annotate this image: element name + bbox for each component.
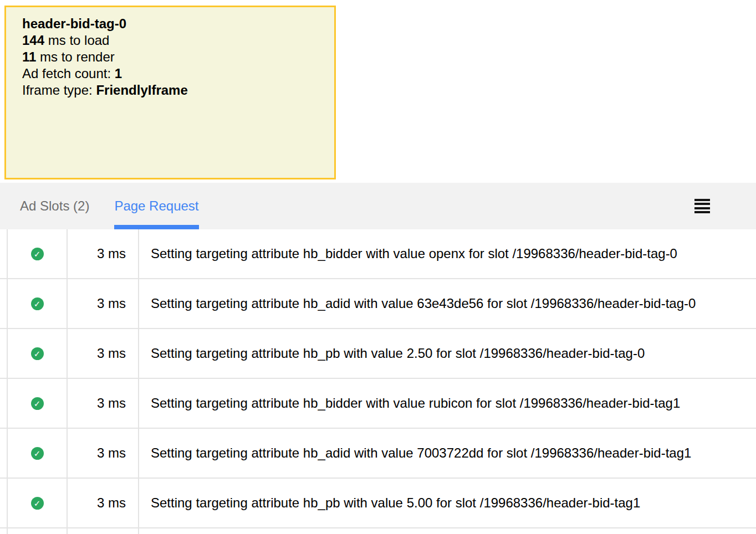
log-time: 3 ms [68,279,139,328]
log-message [139,528,756,534]
active-tab-indicator [114,225,198,229]
success-check-icon: ✓ [31,297,44,310]
log-message: Setting targeting attribute hb_pb with v… [139,329,756,378]
success-check-icon: ✓ [31,497,44,510]
log-status-cell: ✓ [7,429,68,477]
menu-bar [694,199,710,201]
slot-render-time: 11 ms to render [22,49,323,65]
log-message: Setting targeting attribute hb_adid with… [139,279,756,328]
log-status-cell: ✓ [7,329,68,378]
log-row: ✓ 3 ms Setting targeting attribute hb_ad… [0,429,756,479]
log-message: Setting targeting attribute hb_bidder wi… [139,229,756,278]
slot-info-panel: header-bid-tag-0 144 ms to load 11 ms to… [4,6,336,179]
page-request-log: ✓ 3 ms Setting targeting attribute hb_bi… [0,229,756,534]
log-time: 3 ms [68,229,139,278]
log-row: ✓ 3 ms Setting targeting attribute hb_bi… [0,229,756,279]
log-message: Setting targeting attribute hb_pb with v… [139,479,756,527]
tab-page-request-label: Page Request [114,198,198,214]
console-top-area: header-bid-tag-0 144 ms to load 11 ms to… [0,0,756,183]
log-status-cell [7,528,68,534]
slot-fetch-count: Ad fetch count: 1 [22,65,323,82]
menu-bar [694,207,710,209]
log-message: Setting targeting attribute hb_bidder wi… [139,379,756,428]
tab-ad-slots[interactable]: Ad Slots (2) [20,183,89,229]
log-time [68,528,139,534]
log-status-cell: ✓ [7,279,68,328]
success-check-icon: ✓ [31,248,44,260]
log-row-partial [0,528,756,534]
success-check-icon: ✓ [31,447,44,460]
slot-load-time: 144 ms to load [22,32,323,49]
log-status-cell: ✓ [7,479,68,527]
log-time: 3 ms [68,379,139,428]
slot-name: header-bid-tag-0 [22,16,323,32]
success-check-icon: ✓ [31,347,44,360]
console-tab-bar: Ad Slots (2) Page Request [0,183,756,229]
log-time: 3 ms [68,329,139,378]
log-row: ✓ 3 ms Setting targeting attribute hb_bi… [0,379,756,429]
log-time: 3 ms [68,429,139,477]
log-status-cell: ✓ [7,229,68,278]
success-check-icon: ✓ [31,397,44,410]
log-row: ✓ 3 ms Setting targeting attribute hb_ad… [0,279,756,329]
log-status-cell: ✓ [7,379,68,428]
log-message: Setting targeting attribute hb_adid with… [139,429,756,477]
tab-ad-slots-label: Ad Slots (2) [20,198,89,214]
menu-bar [694,211,710,213]
log-row: ✓ 3 ms Setting targeting attribute hb_pb… [0,329,756,379]
menu-bar [694,203,710,205]
tab-page-request[interactable]: Page Request [114,183,198,229]
log-time: 3 ms [68,479,139,527]
slot-iframe-type: Iframe type: FriendlyIframe [22,82,323,99]
log-row: ✓ 3 ms Setting targeting attribute hb_pb… [0,479,756,528]
console-menu-icon[interactable] [694,199,710,213]
